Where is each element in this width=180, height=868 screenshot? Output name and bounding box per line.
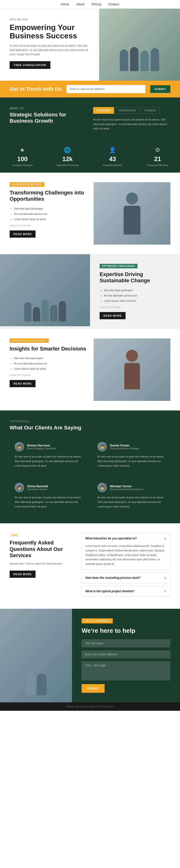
insights-bullets: Stet clita kasd gubergren No sea takimat… xyxy=(9,355,86,371)
faq-accordion-header-1[interactable]: How does the consulting process work? ∨ xyxy=(82,572,170,583)
contact-section: LET'S CONNECT We're here to help SUBMIT xyxy=(0,609,180,702)
faq-accordion-header-0[interactable]: What industries do you specialize in? ∧ xyxy=(82,533,170,544)
faq-accordion-2: What is the typical project timeline? ∨ … xyxy=(81,586,171,597)
insights-title: Insights for Smarter Decisions xyxy=(9,346,86,352)
testimonial-card-2: 👩 Olivia Bennett Operations Analyst At v… xyxy=(9,478,88,514)
tab-strategy[interactable]: STRATEGY xyxy=(93,107,114,114)
optimized-title: Expertise Driving Sustainable Change xyxy=(99,271,171,284)
insights-section: OPERATIONAL EFFICIENCY Insights for Smar… xyxy=(0,329,180,410)
about-section: ABOUT US Strategic Solutions for Busines… xyxy=(0,97,180,141)
contact-banner: Get in Touch with Us SUBMIT xyxy=(0,81,180,97)
testimonial-role-1: Financial Advisory Manager xyxy=(110,447,140,450)
stat-number-efficiency: 21 xyxy=(140,155,175,163)
chevron-down-icon-1: ∨ xyxy=(164,576,166,580)
tab-finance[interactable]: FINANCE xyxy=(141,107,159,114)
navigation: Home About Pricing Contact xyxy=(0,0,180,9)
faq-tag: FAQ xyxy=(9,533,20,537)
contact-image xyxy=(0,609,72,702)
banner-title: Get in Touch with Us xyxy=(9,86,62,92)
testimonial-text-0: At vero eos et accusam et justo duo dolo… xyxy=(14,455,83,468)
bullet-2: No sea takimata sanctus est xyxy=(14,211,86,217)
strategy-badge: BUSINESS STRATEGY xyxy=(9,182,44,187)
hero-title: Empowering Your Business Success xyxy=(9,23,92,40)
stat-market: 👤 43 Expanded Market xyxy=(90,141,136,173)
banner-submit-button[interactable]: SUBMIT xyxy=(150,85,171,93)
footer: Sample text. Click to select the Text El… xyxy=(0,702,180,711)
testimonial-info-2: Olivia Bennett Operations Analyst xyxy=(27,485,48,491)
faq-accordion-header-2[interactable]: What is the typical project timeline? ∨ xyxy=(82,586,170,596)
faq-question-0: What industries do you specialize in? xyxy=(85,537,137,540)
strategy-image xyxy=(94,182,171,245)
faq-accordion-body-0: Lorem ipsum dolor sit amet, consectetur … xyxy=(82,544,170,569)
contact-title: We're here to help xyxy=(82,627,171,634)
avatar-icon-michael: 👨 xyxy=(97,483,107,492)
contact-email-input[interactable] xyxy=(82,650,171,658)
stat-label-efficiency: Enhanced Efficiency xyxy=(140,164,175,166)
ins-bullet-3: Lorem ipsum dolor sit amet xyxy=(14,366,86,371)
avatar-daniel: 👨 xyxy=(97,442,107,452)
faq-question-2: What is the typical project timeline? xyxy=(85,590,134,593)
hero-content: WHO WE ARE Empowering Your Business Succ… xyxy=(0,9,99,81)
faq-section: FAQ Frequently Asked Questions About Our… xyxy=(0,523,180,609)
optimized-content: OPTIMIZED PROCESSES Expertise Driving Su… xyxy=(90,254,180,329)
testimonials-section: TESTIMONIALS What Our Clients Are Saying… xyxy=(0,410,180,524)
stat-label-revenue: Increased Revenue xyxy=(5,164,40,166)
optimized-read-more-button[interactable]: READ MORE xyxy=(99,312,125,319)
contact-name-input[interactable] xyxy=(82,639,171,647)
gear-icon: ⚙ xyxy=(140,147,175,153)
stat-processes: 🌐 12k Optimized Processes xyxy=(45,141,90,173)
opt-bullet-3: Lorem ipsum dolor sit amet xyxy=(104,298,171,303)
stat-label-processes: Optimized Processes xyxy=(50,164,85,166)
avatar-michael: 👨 xyxy=(97,483,107,492)
tab-operations[interactable]: OPERATIONS xyxy=(115,107,140,114)
faq-right: What industries do you specialize in? ∧ … xyxy=(81,533,171,599)
contact-submit-button[interactable]: SUBMIT xyxy=(82,684,104,693)
testimonial-header-2: 👩 Olivia Bennett Operations Analyst xyxy=(14,483,83,492)
strategy-bullets: Stet clita kasd gubergren No sea takimat… xyxy=(9,206,86,222)
testimonial-name-0: Emma Harrison xyxy=(27,443,56,447)
insights-read-more-button[interactable]: READ MORE xyxy=(9,380,35,387)
testimonial-role-3: Business Development Director xyxy=(110,488,144,491)
hero-cta-button[interactable]: FREE CONSULTATION xyxy=(9,61,51,69)
nav-about[interactable]: About xyxy=(76,2,85,6)
about-right: STRATEGY OPERATIONS FINANCE At vero eos … xyxy=(93,107,171,131)
strategy-content: BUSINESS STRATEGY Transforming Challenge… xyxy=(9,182,86,238)
testimonial-text-2: At vero eos et accusam et justo duo dolo… xyxy=(14,495,83,509)
business-strategy-section: BUSINESS STRATEGY Transforming Challenge… xyxy=(0,173,180,254)
testimonial-info-3: Michael Turner Business Development Dire… xyxy=(110,485,144,491)
about-title: Strategic Solutions for Business Growth xyxy=(9,112,87,124)
testimonial-name-2: Olivia Bennett xyxy=(27,485,48,488)
testimonial-text-1: At vero eos et accusam et justo duo dolo… xyxy=(97,455,166,468)
strategy-img-credit: Image from Freepik xyxy=(9,224,86,227)
email-input[interactable] xyxy=(66,85,145,93)
stats-section: ★ 100 Increased Revenue 🌐 12k Optimized … xyxy=(0,141,180,173)
faq-read-more-button[interactable]: READ MORE xyxy=(9,570,35,578)
optimized-image xyxy=(0,254,90,329)
insights-content: OPERATIONAL EFFICIENCY Insights for Smar… xyxy=(9,338,86,387)
testimonial-card-1: 👨 Daniel Foster Financial Advisory Manag… xyxy=(92,437,171,473)
nav-contact[interactable]: Contact xyxy=(109,2,119,6)
chevron-up-icon: ∧ xyxy=(164,536,166,540)
insights-img-credit: Image from Freepik xyxy=(9,374,86,376)
strategy-read-more-button[interactable]: READ MORE xyxy=(9,230,35,238)
bullet-3: Lorem ipsum dolor sit amet xyxy=(14,217,86,222)
faq-question-1: How does the consulting process work? xyxy=(85,576,141,580)
stat-revenue: ★ 100 Increased Revenue xyxy=(0,141,45,173)
user-icon: 👤 xyxy=(95,147,130,153)
testimonial-info-0: Emma Harrison Senior Strategy Consultant xyxy=(27,443,56,450)
opt-bullet-1: Stet clita kasd gubergren xyxy=(104,287,171,293)
opt-bullet-2: No sea takimata sanctus est xyxy=(104,293,171,298)
optimized-processes-section: OPTIMIZED PROCESSES Expertise Driving Su… xyxy=(0,254,180,329)
hero-image xyxy=(99,9,180,81)
strategy-title: Transforming Challenges into Opportuniti… xyxy=(9,190,86,203)
ins-bullet-1: Stet clita kasd gubergren xyxy=(14,355,86,361)
nav-home[interactable]: Home xyxy=(61,2,69,6)
nav-pricing[interactable]: Pricing xyxy=(92,2,101,6)
hero-tag: WHO WE ARE xyxy=(9,18,92,21)
stat-number-market: 43 xyxy=(95,155,130,163)
testimonials-tag: TESTIMONIALS xyxy=(9,420,171,423)
testimonial-card-0: 👩 Emma Harrison Senior Strategy Consulta… xyxy=(9,437,88,473)
footer-text: Sample text. Click to select the Text El… xyxy=(66,705,114,708)
contact-message-input[interactable] xyxy=(82,661,171,681)
testimonials-title: What Our Clients Are Saying xyxy=(9,425,171,431)
